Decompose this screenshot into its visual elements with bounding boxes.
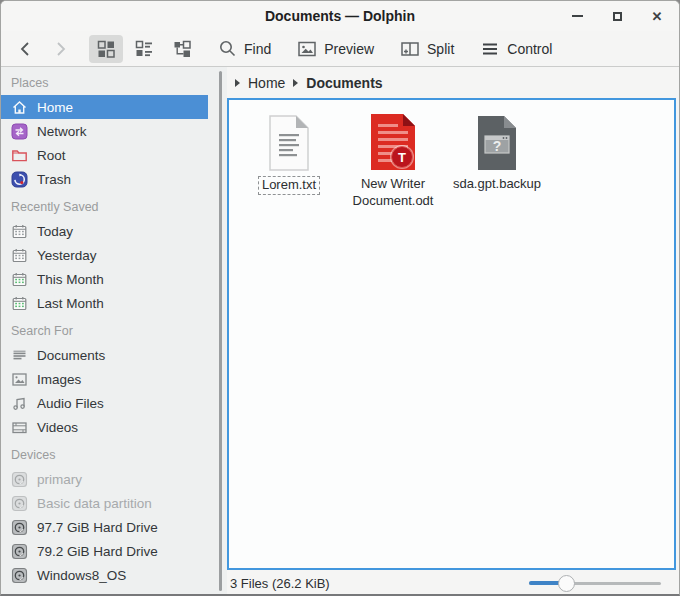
statusbar: 3 Files (26.2 KiB) (227, 570, 679, 596)
section-header-recently-saved: Recently Saved (1, 191, 227, 219)
sidebar-item-videos[interactable]: Videos (1, 415, 208, 439)
sidebar-scrollbar[interactable] (219, 71, 222, 591)
icons-view-button[interactable] (89, 35, 123, 63)
file-label: New Writer Document.odt (345, 176, 441, 210)
breadcrumb-home[interactable]: Home (248, 75, 285, 91)
image-icon (11, 371, 28, 388)
sidebar-item-network[interactable]: Network (1, 119, 208, 143)
find-button[interactable]: Find (211, 35, 278, 62)
sidebar-item-label: Home (37, 100, 73, 115)
sidebar-item-yesterday[interactable]: Yesterday (1, 243, 208, 267)
document-lines-icon (11, 347, 28, 364)
text-file-icon (267, 114, 311, 172)
sidebar-item-basic-data-partition[interactable]: Basic data partition (1, 491, 208, 515)
control-label: Control (507, 41, 552, 57)
window-title: Documents — Dolphin (265, 8, 415, 24)
file-item-new-writer-document[interactable]: T New Writer Document.odt (345, 108, 441, 210)
preview-button[interactable]: Preview (290, 35, 381, 63)
file-item-lorem-txt[interactable]: Lorem.txt (241, 108, 337, 195)
toolbar: Find Preview Split C (1, 31, 679, 67)
sidebar-item-home[interactable]: Home (1, 95, 208, 119)
window-controls: ✕ (569, 1, 665, 31)
tree-view-icon (172, 39, 192, 59)
minimize-icon (572, 15, 583, 18)
sidebar-item-label: Videos (37, 420, 78, 435)
sidebar-item-drive-79[interactable]: 79.2 GiB Hard Drive (1, 539, 208, 563)
folder-view[interactable]: Lorem.txt (227, 98, 676, 570)
music-note-icon (11, 395, 28, 412)
file-label: Lorem.txt (258, 176, 320, 195)
sidebar-item-drive-97[interactable]: 97.7 GiB Hard Drive (1, 515, 208, 539)
sidebar-item-label: Last Month (37, 296, 104, 311)
sidebar-item-root[interactable]: Root (1, 143, 208, 167)
split-button[interactable]: Split (393, 35, 461, 63)
zoom-slider-handle[interactable] (558, 575, 575, 592)
file-label: sda.gpt.backup (450, 176, 544, 193)
sidebar-item-documents[interactable]: Documents (1, 343, 208, 367)
control-button[interactable]: Control (473, 35, 559, 63)
breadcrumb: Home Documents (227, 67, 679, 98)
section-header-search-for: Search For (1, 315, 227, 343)
sidebar-item-label: Yesterday (37, 248, 97, 263)
dolphin-window: Documents — Dolphin ✕ (0, 0, 680, 596)
maximize-button[interactable] (609, 8, 625, 24)
sidebar-item-this-month[interactable]: This Month (1, 267, 208, 291)
sidebar-item-label: Network (37, 124, 87, 139)
close-button[interactable]: ✕ (649, 8, 665, 24)
sidebar-item-label: 79.2 GiB Hard Drive (37, 544, 158, 559)
hard-drive-icon (11, 543, 28, 560)
sidebar-item-images[interactable]: Images (1, 367, 208, 391)
sidebar-item-label: Today (37, 224, 73, 239)
sidebar-item-label: This Month (37, 272, 104, 287)
maximize-icon (613, 12, 622, 21)
trash-icon (11, 171, 28, 188)
breadcrumb-arrow-icon (293, 79, 298, 87)
network-icon (11, 123, 28, 140)
sidebar-item-windows8-os[interactable]: Windows8_OS (1, 563, 208, 587)
calendar-green-icon (11, 271, 28, 288)
sidebar-item-label: Basic data partition (37, 496, 152, 511)
writer-t-badge: T (391, 146, 413, 168)
section-header-devices: Devices (1, 439, 227, 467)
details-view-icon (134, 39, 154, 59)
breadcrumb-documents[interactable]: Documents (306, 75, 382, 91)
hard-drive-icon (11, 471, 28, 488)
minimize-button[interactable] (569, 8, 585, 24)
titlebar: Documents — Dolphin ✕ (1, 1, 679, 31)
section-header-places: Places (1, 67, 227, 95)
zoom-slider[interactable] (529, 574, 661, 593)
places-panel: Places Home Network Root Trash Recently … (1, 67, 227, 596)
split-view-icon (400, 39, 420, 59)
home-icon (11, 99, 28, 116)
calendar-icon (11, 223, 28, 240)
icons-view-icon (96, 39, 116, 59)
sidebar-item-label: primary (37, 472, 82, 487)
sidebar-item-label: Documents (37, 348, 105, 363)
sidebar-item-label: Windows8_OS (37, 568, 126, 583)
forward-button[interactable] (43, 35, 77, 63)
hard-drive-icon (11, 567, 28, 584)
breadcrumb-arrow-icon (235, 79, 240, 87)
sidebar-item-trash[interactable]: Trash (1, 167, 208, 191)
root-folder-icon (11, 147, 28, 164)
file-item-sda-gpt-backup[interactable]: ? sda.gpt.backup (449, 108, 545, 193)
details-view-button[interactable] (127, 35, 161, 63)
status-summary: 3 Files (26.2 KiB) (230, 576, 529, 591)
sidebar-item-primary[interactable]: primary (1, 467, 208, 491)
sidebar-item-today[interactable]: Today (1, 219, 208, 243)
find-label: Find (244, 41, 271, 57)
chevron-right-icon (50, 39, 70, 59)
tree-view-button[interactable] (165, 35, 199, 63)
sidebar-item-audio-files[interactable]: Audio Files (1, 391, 208, 415)
image-preview-icon (297, 39, 317, 59)
search-icon (218, 39, 237, 58)
main-column: Home Documents (227, 67, 679, 596)
film-icon (11, 419, 28, 436)
split-label: Split (427, 41, 454, 57)
chevron-left-icon (16, 39, 36, 59)
hard-drive-icon (11, 495, 28, 512)
hamburger-icon (480, 39, 500, 59)
sidebar-item-last-month[interactable]: Last Month (1, 291, 208, 315)
preview-label: Preview (324, 41, 374, 57)
back-button[interactable] (9, 35, 43, 63)
